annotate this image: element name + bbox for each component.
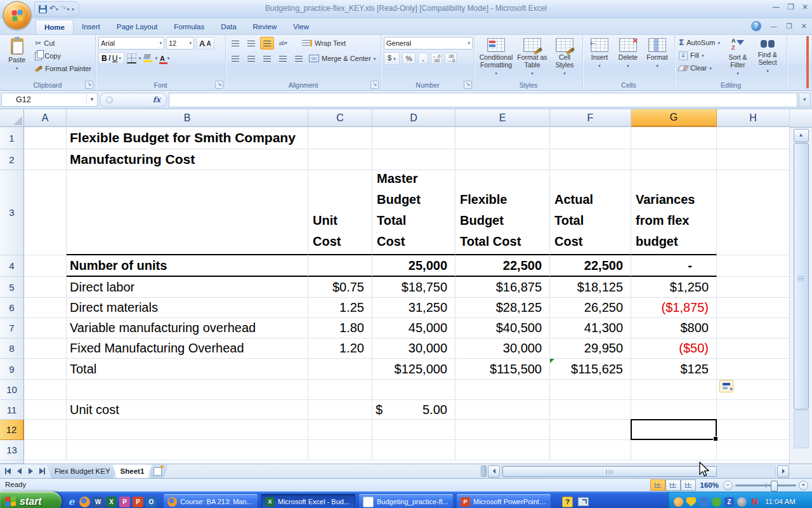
first-sheet-button[interactable] [3, 466, 13, 476]
vertical-scrollbar[interactable]: ▲ [789, 109, 812, 464]
internet-explorer-icon[interactable]: e [66, 497, 77, 507]
top-align-button[interactable] [228, 37, 242, 50]
horizontal-scroll-track[interactable] [501, 465, 776, 478]
qat-customize-button[interactable]: ▾ [72, 2, 74, 16]
cell-C1[interactable] [308, 127, 372, 149]
cell-G5[interactable]: $1,250 [631, 277, 717, 298]
outlook-icon[interactable]: O [146, 497, 157, 507]
cell-H4[interactable] [717, 255, 790, 277]
last-sheet-button[interactable] [37, 466, 47, 476]
tab-split-handle[interactable] [481, 465, 487, 477]
cell-C10[interactable] [308, 380, 372, 400]
cell-G8[interactable]: ($50) [631, 338, 717, 359]
cell-H7[interactable] [717, 318, 790, 338]
cell-F6[interactable]: 26,250 [550, 298, 631, 318]
cell-C11[interactable] [308, 400, 372, 420]
excel-icon[interactable]: X [106, 497, 117, 507]
cell-G1[interactable] [631, 127, 717, 149]
autosum-button[interactable]: ΣAutoSum▾ [678, 37, 721, 48]
cell-F1[interactable] [550, 127, 631, 149]
format-as-table-button[interactable]: Format as Table▾ [516, 37, 549, 80]
sort-filter-button[interactable]: AZ Sort & Filter▾ [725, 37, 750, 80]
workbook-restore-icon[interactable]: ❐ [786, 22, 792, 30]
cell-G6[interactable]: ($1,875) [631, 298, 717, 318]
cell-C4[interactable] [308, 255, 372, 277]
cell-E4[interactable]: 22,500 [455, 255, 550, 277]
cell-F10[interactable] [550, 380, 631, 400]
clear-button[interactable]: Clear▾ [678, 63, 721, 74]
align-right-button[interactable] [260, 52, 274, 65]
orientation-button[interactable]: ab▾ [276, 37, 290, 50]
cell-B5[interactable]: Direct labor [67, 277, 308, 298]
cell-E10[interactable] [455, 380, 550, 400]
cell-G11[interactable] [631, 400, 717, 420]
cell-C7[interactable]: 1.80 [308, 318, 372, 338]
column-header-B[interactable]: B [67, 109, 308, 127]
row-header-1[interactable]: 1 [0, 127, 24, 149]
cell-E1[interactable] [455, 127, 550, 149]
alignment-dialog-launcher[interactable]: ↘ [370, 81, 379, 89]
cell-G3[interactable]: Variances from flex budget [631, 170, 717, 255]
cell-A5[interactable] [24, 277, 67, 298]
cell-B11[interactable]: Unit cost [67, 400, 308, 420]
cell-D11[interactable]: $5.00 [372, 400, 455, 420]
network-icon[interactable] [699, 497, 709, 507]
cell-G10[interactable] [631, 380, 717, 400]
cell-G2[interactable] [631, 149, 717, 170]
row-header-11[interactable]: 11 [0, 400, 24, 420]
cell-B9[interactable]: Total [67, 359, 308, 380]
increase-decimal-button[interactable]: ←.0 .00 [431, 53, 443, 64]
wrap-text-button[interactable]: Wrap Text [301, 38, 347, 49]
cell-B1[interactable]: Flexible Budget for Smith Company [67, 127, 308, 149]
ribbon-tab-insert[interactable]: Insert [74, 20, 108, 34]
help-icon[interactable]: ? [751, 21, 761, 31]
cell-H3[interactable] [717, 170, 790, 255]
cell-F9[interactable]: $115,625 [550, 359, 631, 380]
cut-button[interactable]: ✂Cut [34, 38, 93, 49]
ribbon-tab-review[interactable]: Review [245, 20, 285, 34]
horizontal-scroll-thumb[interactable] [502, 466, 717, 477]
decrease-indent-button[interactable] [276, 52, 290, 65]
row-header-10[interactable]: 10 [0, 380, 24, 400]
cell-H11[interactable] [717, 400, 790, 420]
cell-H13[interactable] [717, 440, 790, 460]
cell-F4[interactable]: 22,500 [550, 255, 631, 277]
cell-D5[interactable]: $18,750 [372, 277, 455, 298]
cell-E2[interactable] [455, 149, 550, 170]
column-header-F[interactable]: F [550, 109, 631, 127]
taskbar-task-excel[interactable]: XMicrosoft Excel - Bud... [261, 494, 355, 508]
insert-function-button[interactable]: fx [100, 93, 167, 107]
powerpoint-icon[interactable]: P [133, 497, 143, 507]
format-cells-button[interactable]: Format▾ [643, 37, 671, 80]
cell-C12[interactable] [308, 420, 372, 440]
row-header-2[interactable]: 2 [0, 149, 24, 170]
row-header-3[interactable]: 3 [0, 170, 24, 255]
cell-D2[interactable] [372, 149, 455, 170]
cell-A13[interactable] [24, 440, 67, 460]
messenger-icon[interactable] [674, 497, 683, 507]
cell-B7[interactable]: Variable manufacturing overhead [67, 318, 308, 338]
cell-E6[interactable]: $28,125 [455, 298, 550, 318]
cell-F11[interactable] [550, 400, 631, 420]
cell-G13[interactable] [631, 440, 717, 460]
cell-B6[interactable]: Direct materials [67, 298, 308, 318]
scroll-right-icon[interactable] [777, 465, 789, 478]
cell-A3[interactable] [24, 170, 67, 255]
name-box-dropdown-icon[interactable]: ▼ [86, 94, 97, 105]
cell-E9[interactable]: $115,500 [455, 359, 550, 380]
cell-A1[interactable] [24, 127, 67, 149]
font-color-button[interactable]: A [160, 55, 165, 62]
zoom-thumb[interactable] [771, 481, 778, 491]
antivirus-icon[interactable] [712, 497, 721, 507]
cell-F7[interactable]: 41,300 [550, 318, 631, 338]
cell-H12[interactable] [717, 420, 790, 440]
publisher-icon[interactable]: P [119, 497, 130, 507]
clipboard-dialog-launcher[interactable]: ↘ [85, 81, 93, 89]
formula-bar-expand-icon[interactable]: ▼ [799, 93, 811, 107]
name-box[interactable]: G12 ▼ [1, 93, 98, 107]
display-tray-icon[interactable] [578, 497, 589, 506]
cell-E8[interactable]: 30,000 [455, 338, 550, 359]
row-header-7[interactable]: 7 [0, 318, 24, 338]
row-header-13[interactable]: 13 [0, 440, 24, 460]
cell-D10[interactable] [372, 380, 455, 400]
